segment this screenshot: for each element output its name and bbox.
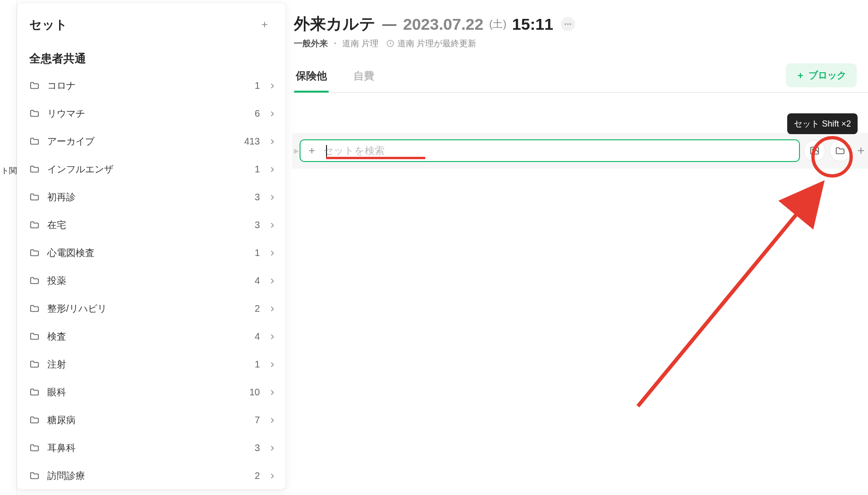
chevron-right-icon (268, 305, 278, 313)
folder-item[interactable]: 検査4 (17, 323, 285, 350)
plus-icon (796, 71, 805, 80)
add-set-button[interactable] (256, 16, 273, 33)
folder-label: 検査 (47, 330, 255, 343)
svg-point-3 (567, 24, 568, 25)
folder-item[interactable]: 心電図検査1 (17, 239, 285, 267)
folder-item[interactable]: コロナ1 (17, 72, 285, 100)
folder-label: 整形/リハビリ (47, 302, 255, 315)
folder-item[interactable]: インフルエンザ1 (17, 155, 285, 183)
title-separator: ― (382, 16, 396, 32)
folder-count: 4 (255, 331, 260, 342)
folder-icon (29, 387, 41, 398)
folder-item[interactable]: 眼科10 (17, 378, 285, 406)
folder-item[interactable]: 整形/リハビリ2 (17, 295, 285, 323)
folder-count: 6 (255, 108, 260, 119)
tabs-row: 保険他自費 ブロック (292, 49, 868, 93)
folder-count: 1 (255, 248, 260, 258)
folder-label: アーカイブ (47, 135, 244, 148)
folder-item[interactable]: 初再診3 (17, 183, 285, 211)
chevron-right-icon (268, 194, 278, 201)
folder-count: 3 (255, 443, 260, 453)
main-content: 外来カルテ ― 2023.07.22 (土) 15:11 一般外来 ・ 道南 片… (292, 0, 868, 495)
folder-label: 注射 (47, 358, 255, 371)
folder-item[interactable]: 在宅3 (17, 211, 285, 239)
dots-horizontal-icon (564, 20, 572, 28)
folder-icon (29, 108, 41, 119)
page-day: (土) (489, 17, 507, 31)
dot-separator: ・ (331, 38, 339, 49)
search-box[interactable] (300, 139, 800, 162)
folder-icon (29, 192, 41, 203)
svg-point-2 (565, 24, 566, 25)
page-title: 外来カルテ (294, 13, 376, 35)
image-icon (809, 145, 820, 156)
chevron-right-icon (268, 444, 278, 452)
inline-add-button[interactable] (307, 146, 317, 155)
folder-icon (29, 248, 41, 259)
sidebar-title: セット (29, 17, 68, 33)
add-block-label: ブロック (808, 69, 846, 82)
folder-label: 投薬 (47, 274, 255, 287)
drag-handle-icon[interactable]: ▶ (294, 147, 299, 154)
folder-icon (29, 303, 41, 315)
folder-item[interactable]: リウマチ6 (17, 100, 285, 128)
tab[interactable]: 保険他 (294, 64, 329, 92)
folder-item[interactable]: アーカイブ413 (17, 128, 285, 155)
image-button[interactable] (804, 140, 825, 162)
chevron-right-icon (268, 472, 278, 480)
search-input[interactable] (323, 145, 792, 156)
page-header: 外来カルテ ― 2023.07.22 (土) 15:11 (292, 9, 868, 35)
folder-icon (29, 275, 41, 287)
trailing-add-button[interactable] (856, 145, 866, 156)
folder-item[interactable]: 投薬4 (17, 267, 285, 295)
chevron-right-icon (268, 138, 278, 145)
folder-label: 眼科 (47, 386, 249, 399)
folder-count: 3 (255, 192, 260, 203)
folder-count: 10 (249, 387, 260, 398)
chevron-right-icon (268, 389, 278, 396)
folder-icon (29, 80, 41, 92)
annotation-underline (326, 157, 425, 159)
chevron-right-icon (268, 417, 278, 424)
row-actions (804, 140, 866, 162)
folder-label: リウマチ (47, 107, 255, 120)
chevron-right-icon (268, 110, 278, 118)
chevron-right-icon (268, 249, 278, 257)
folder-count: 1 (255, 164, 260, 175)
folder-count: 3 (255, 220, 260, 230)
plus-icon (260, 20, 269, 29)
add-block-button[interactable]: ブロック (786, 63, 857, 87)
page-date: 2023.07.22 (403, 15, 483, 34)
tab[interactable]: 自費 (352, 64, 376, 92)
folder-item[interactable]: 耳鼻科3 (17, 434, 285, 462)
folder-count: 2 (255, 470, 260, 481)
text-caret (326, 145, 327, 158)
folder-count: 1 (255, 80, 260, 91)
left-strip: ト関 (0, 0, 17, 495)
folder-icon (835, 145, 845, 156)
folder-label: コロナ (47, 79, 255, 92)
folder-item[interactable]: 訪問診療2 (17, 462, 285, 489)
folder-label: 耳鼻科 (47, 442, 255, 454)
folder-icon (29, 331, 41, 342)
more-options-button[interactable] (561, 17, 575, 31)
clock-icon (386, 39, 395, 48)
left-strip-partial-text: ト関 (1, 165, 17, 176)
folder-icon (29, 415, 41, 426)
folder-label: 在宅 (47, 219, 255, 231)
folder-button[interactable] (829, 140, 851, 162)
plus-icon (307, 146, 317, 155)
chevron-right-icon (268, 277, 278, 285)
folder-count: 2 (255, 303, 260, 314)
folder-count: 413 (244, 136, 260, 147)
folder-count: 4 (255, 275, 260, 286)
folder-icon (29, 359, 41, 370)
folder-item[interactable]: 糖尿病7 (17, 406, 285, 434)
folder-item[interactable]: 注射1 (17, 350, 285, 378)
folder-label: 初再診 (47, 191, 255, 204)
chevron-right-icon (268, 333, 278, 341)
folder-icon (29, 164, 41, 175)
chevron-right-icon (268, 82, 278, 90)
folder-tooltip: セット Shift ×2 (787, 113, 858, 134)
input-row: ▶ (292, 133, 868, 169)
